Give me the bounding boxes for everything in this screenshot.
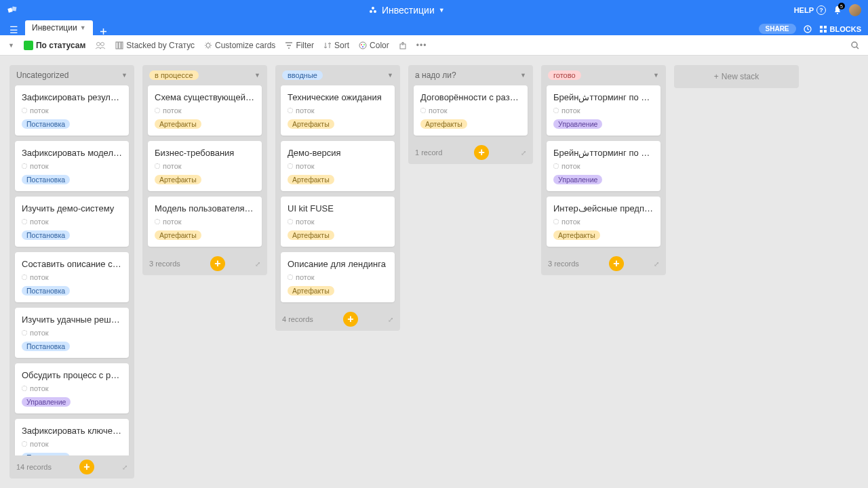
stacked-by-button[interactable]: Stacked by Статус (115, 41, 195, 50)
search-icon (850, 41, 860, 50)
notifications-button[interactable]: 5 (833, 5, 842, 15)
card-title: Зафиксировать результат... (22, 92, 122, 102)
base-title[interactable]: Инвестиции ▼ (368, 5, 445, 16)
search-button[interactable] (850, 41, 860, 50)
add-card-button[interactable]: + (474, 145, 489, 160)
card-title: Интерفейсные предпочт... (553, 203, 654, 214)
card-tag: Артефакты (288, 286, 334, 296)
avatar[interactable] (849, 4, 861, 16)
history-icon (803, 24, 812, 34)
card-tag: Постановка (22, 230, 70, 240)
svg-point-11 (97, 42, 100, 45)
chevron-down-icon[interactable]: ▼ (520, 72, 526, 79)
chevron-down-icon[interactable]: ▼ (254, 72, 260, 79)
more-button[interactable]: ••• (416, 41, 427, 50)
card[interactable]: Бизнес-требованияпотокАртефакты (148, 141, 262, 191)
card-meta: поток (22, 218, 122, 226)
view-switcher[interactable]: По статусам (24, 41, 85, 50)
stack-header[interactable]: вводные▼ (275, 65, 400, 85)
card-meta: поток (288, 106, 388, 115)
expand-icon[interactable]: ⤢ (388, 316, 393, 323)
card[interactable]: Составить описание суще...потокПостановк… (15, 252, 129, 302)
add-card-button[interactable]: + (343, 312, 358, 327)
expand-icon[interactable]: ⤢ (654, 260, 659, 268)
color-button[interactable]: Color (359, 41, 389, 50)
chevron-down-icon[interactable]: ▼ (653, 72, 659, 79)
customize-button[interactable]: Customize cards (204, 41, 275, 50)
card-tag: Артефакты (288, 230, 334, 240)
collapse-icon[interactable]: ▼ (8, 42, 14, 49)
expand-icon[interactable]: ⤢ (255, 260, 260, 268)
chevron-down-icon[interactable]: ▼ (387, 72, 393, 79)
add-card-button[interactable]: + (79, 460, 94, 474)
card[interactable]: Изучить удачные решени...потокПостановка (15, 308, 129, 358)
notification-badge: 5 (838, 3, 845, 9)
stack: Uncategorized▼Зафиксировать результат...… (9, 65, 134, 479)
stack-header[interactable]: а надо ли?▼ (408, 65, 533, 85)
blocks-button[interactable]: BLOCKS (819, 25, 861, 33)
record-count: 1 record (415, 148, 442, 157)
card[interactable]: Схема существующей фу...потокАртефакты (148, 85, 262, 136)
collaborators-icon[interactable] (95, 41, 106, 49)
stack-header[interactable]: Uncategorized▼ (9, 65, 134, 85)
chevron-down-icon[interactable]: ▼ (121, 72, 127, 79)
svg-point-22 (852, 42, 857, 47)
stack-header[interactable]: готово▼ (541, 65, 666, 85)
card[interactable]: Демо-версияпотокАртефакты (281, 141, 395, 191)
card[interactable]: Зафиксировать результат...потокПостановк… (15, 85, 129, 136)
record-count: 14 records (16, 463, 52, 471)
stack-footer: 1 record+⤢ (408, 141, 533, 164)
kanban-icon (24, 41, 33, 50)
card[interactable]: Описание для лендингапотокАртефакты (281, 252, 395, 302)
help-button[interactable]: HELP ? (794, 5, 826, 15)
add-tab-button[interactable] (97, 28, 110, 35)
card[interactable]: Договорённости с разраб...потокАртефакты (414, 85, 528, 136)
add-card-button[interactable]: + (609, 256, 624, 271)
stack-icon (115, 41, 123, 49)
card-title: Схема существующей фу... (155, 92, 255, 102)
card[interactable]: Зафиксировать модель п...потокПостановка (15, 141, 129, 191)
card[interactable]: Технические ожиданияпотокАртефакты (281, 85, 395, 136)
card[interactable]: Модель пользователя + ...потокАртефакты (148, 197, 262, 247)
expand-icon[interactable]: ⤢ (122, 464, 127, 471)
card-meta: поток (288, 218, 388, 226)
card-title: Договорённости с разраб... (420, 92, 521, 102)
help-icon: ? (816, 5, 826, 15)
card-meta: поток (420, 106, 521, 115)
card-meta: поток (155, 218, 255, 226)
svg-point-3 (370, 10, 372, 13)
logo-icon[interactable] (7, 4, 19, 16)
card[interactable]: Обсудить процесс с разр...потокУправлени… (15, 363, 129, 413)
svg-point-19 (363, 44, 365, 45)
card-tag: Постановка (22, 175, 70, 184)
status-icon (553, 163, 559, 169)
card-title: Описание для лендинга (288, 259, 388, 269)
status-icon (155, 219, 160, 224)
sort-button[interactable]: Sort (323, 41, 349, 50)
stack: вводные▼Технические ожиданияпотокАртефак… (275, 65, 400, 331)
stack-header[interactable]: в процессе▼ (142, 65, 267, 85)
svg-point-12 (101, 42, 104, 45)
status-icon (22, 274, 27, 280)
menu-icon[interactable]: ☰ (7, 24, 21, 35)
card[interactable]: Брейнشтторминг по польз...потокУправлени… (547, 85, 660, 136)
card[interactable]: Интерفейсные предпочт...потокАртефакты (547, 197, 660, 247)
card[interactable]: Брейнشтторминг по бизн...потокУправление (547, 141, 660, 191)
card[interactable]: Зафиксировать ключевы...потокПостановка (15, 419, 129, 455)
card-tag: Управление (553, 175, 602, 184)
svg-rect-13 (116, 42, 118, 49)
export-button[interactable] (399, 41, 407, 49)
color-icon (359, 41, 367, 49)
expand-icon[interactable]: ⤢ (521, 149, 526, 157)
card[interactable]: UI kit FUSEпотокАртефакты (281, 197, 395, 247)
share-button[interactable]: SHARE (759, 24, 796, 34)
card[interactable]: Изучить демо-системупотокПостановка (15, 197, 129, 247)
add-card-button[interactable]: + (210, 256, 225, 271)
svg-rect-7 (820, 26, 823, 28)
new-stack-button[interactable]: + New stack (674, 65, 799, 88)
tab-active[interactable]: Инвестиции ▼ (25, 20, 93, 35)
stack-title-text: а надо ли? (415, 70, 456, 80)
filter-button[interactable]: Filter (285, 41, 314, 50)
card-title: Демо-версия (288, 148, 388, 158)
history-button[interactable] (803, 24, 812, 34)
